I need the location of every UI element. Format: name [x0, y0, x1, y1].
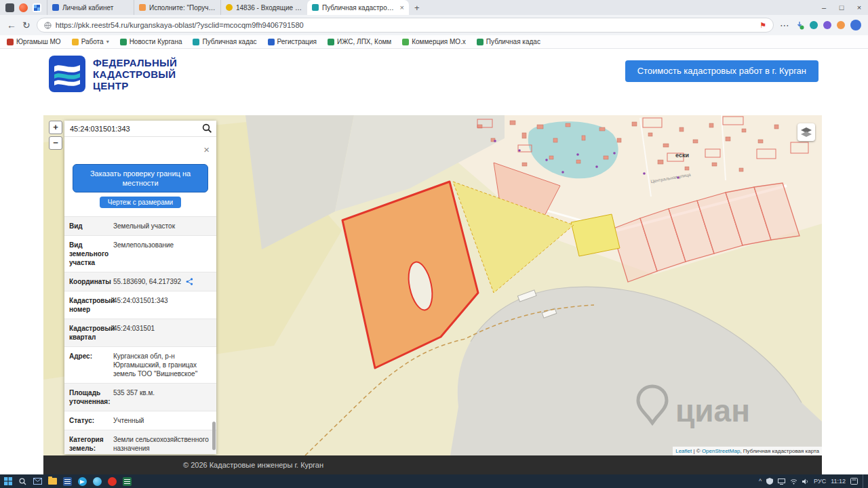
mail-app-icon[interactable]: [33, 476, 43, 487]
bookmark-label: ИЖС, ЛПХ, Комм: [337, 38, 391, 45]
zoom-out-button[interactable]: −: [49, 136, 62, 150]
excel-app-icon[interactable]: [122, 476, 132, 487]
assistant-icon[interactable]: [19, 3, 28, 12]
telegram-app-icon[interactable]: [77, 476, 87, 487]
cian-watermark-text: циан: [675, 393, 750, 428]
row-value: 55.183690, 64.217392: [112, 272, 216, 291]
window-minimize-button[interactable]: –: [815, 0, 833, 15]
edge-browser-icon[interactable]: [92, 476, 102, 487]
table-row: Вид Земельный участок: [64, 217, 216, 236]
display-icon[interactable]: [778, 479, 785, 485]
downloads-icon[interactable]: [795, 20, 804, 30]
new-tab-button[interactable]: +: [409, 3, 425, 13]
row-value: 535 357 кв.м.: [112, 384, 216, 411]
window-close-button[interactable]: ×: [850, 0, 868, 15]
more-icon[interactable]: ⋯: [780, 20, 789, 30]
tab-favicon: [52, 4, 59, 11]
cadastral-map[interactable]: ески Центральная улица циан + −: [43, 115, 822, 455]
bookmark-label: Публичная кадас: [486, 38, 540, 45]
parcel-attributes-table: Вид Земельный участок Вид земельного уча…: [64, 216, 216, 454]
tray-chevron-icon[interactable]: ^: [759, 478, 762, 485]
folder-icon: [72, 39, 79, 45]
logo-line: КАДАСТРОВЫЙ: [93, 68, 177, 80]
bookmark-favicon: [328, 39, 334, 45]
extension-icon[interactable]: [837, 21, 845, 29]
tableau-icon[interactable]: [33, 3, 41, 12]
wifi-icon[interactable]: [790, 479, 797, 485]
zoom-control: + −: [49, 121, 62, 152]
clock[interactable]: 11:12: [831, 478, 846, 485]
bookmark-favicon: [120, 39, 127, 45]
browser-quick-icons: [0, 3, 47, 12]
bookmark-folder[interactable]: Работа ▾: [72, 38, 109, 45]
cadastral-works-cost-button[interactable]: Стоимость кадастровых работ в г. Курган: [625, 60, 818, 82]
share-icon[interactable]: [186, 278, 193, 285]
sidebar-toggle-icon[interactable]: [5, 3, 14, 12]
tab-task[interactable]: Исполните: "Поручение:: [134, 0, 220, 15]
tab-label: 14836 - Входящие — Янд: [236, 4, 302, 12]
close-icon[interactable]: ×: [203, 145, 210, 155]
file-explorer-icon[interactable]: [47, 476, 58, 487]
row-label: Кадастровый номер: [64, 291, 112, 319]
osm-link[interactable]: OpenStreetMap: [702, 448, 740, 454]
toolbar-actions: ⋯: [780, 20, 861, 30]
tab-personal-cabinet[interactable]: Личный кабинет: [47, 0, 134, 15]
order-boundary-check-button[interactable]: Заказать проверку границ на местности: [73, 164, 208, 192]
volume-icon[interactable]: [802, 479, 809, 485]
tab-cadastral-map-active[interactable]: Публичная кадастровая к ×: [307, 0, 409, 15]
leaflet-link[interactable]: Leaflet: [675, 448, 692, 454]
web-page: ФЕДЕРАЛЬНЫЙ КАДАСТРОВЫЙ ЦЕНТР Стоимость …: [0, 49, 868, 474]
bookmark-favicon: [402, 39, 409, 45]
tab-close-icon[interactable]: ×: [400, 3, 404, 12]
drawing-with-dimensions-button[interactable]: Чертеж с размерами: [100, 197, 181, 208]
yandex-browser-icon[interactable]: [107, 476, 117, 487]
bookmark-item[interactable]: Регистрация: [268, 38, 317, 45]
tab-label: Личный кабинет: [62, 4, 129, 12]
bookmark-label: Юргамыш МО: [16, 38, 61, 45]
extension-icon[interactable]: [823, 21, 831, 29]
row-label: Площадь уточненная:: [64, 384, 112, 411]
shield-icon[interactable]: [766, 478, 773, 485]
layers-button[interactable]: [797, 123, 815, 141]
panel-scrollbar[interactable]: [212, 422, 216, 450]
bookmark-item[interactable]: Новости Кургана: [120, 38, 182, 45]
bookmark-item[interactable]: ИЖС, ЛПХ, Комм: [328, 38, 391, 45]
table-row: Площадь уточненная: 535 357 кв.м.: [64, 384, 216, 411]
search-input[interactable]: [64, 125, 198, 133]
notifications-icon[interactable]: [850, 478, 858, 485]
bookmark-item[interactable]: Коммерция МО.х: [402, 38, 466, 45]
back-icon[interactable]: ←: [7, 20, 16, 30]
row-value: Учтенный: [112, 411, 216, 430]
profile-avatar[interactable]: [850, 20, 861, 30]
extension-icon[interactable]: [810, 21, 818, 29]
row-label: Вид: [64, 217, 112, 235]
tab-label: Публичная кадастровая к: [322, 4, 397, 12]
parcel-info-panel: × Заказать проверку границ на местности …: [64, 121, 216, 454]
bookmark-item[interactable]: Юргамыш МО: [7, 38, 61, 45]
zoom-in-button[interactable]: +: [49, 121, 62, 134]
bookmark-flag-icon[interactable]: ⚑: [760, 21, 766, 30]
bookmarks-bar: Юргамыш МО Работа ▾ Новости Кургана Публ…: [0, 35, 868, 49]
screen: Личный кабинет Исполните: "Поручение: 14…: [0, 0, 868, 488]
refresh-icon[interactable]: ↻: [22, 20, 31, 30]
tab-favicon: [226, 4, 233, 11]
language-indicator[interactable]: РУС: [814, 478, 826, 485]
attribution-text: | ©: [692, 448, 702, 454]
row-value: 45:24:031501:343: [112, 291, 216, 319]
show-desktop-button[interactable]: [863, 474, 865, 488]
table-row: Статус: Учтенный: [64, 411, 216, 430]
window-maximize-button[interactable]: □: [833, 0, 850, 15]
word-app-icon[interactable]: [62, 476, 73, 487]
start-button[interactable]: [3, 476, 13, 487]
search-icon[interactable]: [198, 123, 216, 134]
site-logo[interactable]: ФЕДЕРАЛЬНЫЙ КАДАСТРОВЫЙ ЦЕНТР: [49, 56, 177, 92]
tab-mail-inbox[interactable]: 14836 - Входящие — Янд: [220, 0, 307, 15]
bookmark-item[interactable]: Публичная кадас: [193, 38, 256, 45]
bookmark-item[interactable]: Публичная кадас: [477, 38, 540, 45]
taskbar-search-icon[interactable]: [18, 476, 28, 487]
table-row: Категория земель: Земли сельскохозяйстве…: [64, 430, 216, 454]
row-label: Координаты: [64, 272, 112, 291]
system-tray: ^ РУС 11:12: [759, 474, 868, 488]
address-bar[interactable]: https://pkk.reestr54.ru/kurganskaya-obla…: [37, 18, 774, 33]
bookmark-label: Публичная кадас: [202, 38, 256, 45]
